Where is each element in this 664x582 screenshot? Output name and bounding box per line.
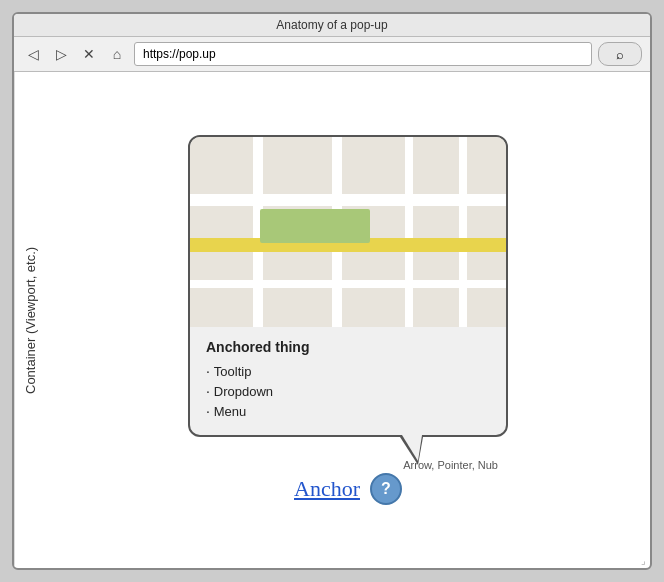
search-icon: ⌕ <box>616 47 624 62</box>
browser-window: Anatomy of a pop-up ◁ ▷ ✕ ⌂ ⌕ Container … <box>12 12 652 570</box>
sidebar-label: Container (Viewport, etc.) <box>14 72 46 568</box>
list-item: Tooltip <box>206 361 490 381</box>
back-button[interactable]: ◁ <box>22 43 44 65</box>
arrow-label: Arrow, Pointer, Nub <box>403 459 498 471</box>
map-road <box>459 137 467 327</box>
home-button[interactable]: ⌂ <box>106 43 128 65</box>
help-icon: ? <box>381 480 391 498</box>
toolbar: ◁ ▷ ✕ ⌂ ⌕ <box>14 37 650 72</box>
map-green-block <box>260 209 371 243</box>
anchor-row: Anchor ? <box>294 473 402 505</box>
main-content: Anchored thing Tooltip Dropdown Menu Arr… <box>46 72 650 568</box>
search-button[interactable]: ⌕ <box>598 42 642 66</box>
map-road <box>405 137 413 327</box>
map-area <box>190 137 506 327</box>
popup-box: Anchored thing Tooltip Dropdown Menu <box>188 135 508 437</box>
close-button[interactable]: ✕ <box>78 43 100 65</box>
page-title: Anatomy of a pop-up <box>276 18 387 32</box>
arrow-container: Arrow, Pointer, Nub <box>188 437 508 465</box>
anchored-list: Tooltip Dropdown Menu <box>206 361 490 421</box>
list-item: Dropdown <box>206 381 490 401</box>
list-item: Menu <box>206 401 490 421</box>
map-grid <box>190 137 506 327</box>
anchored-title: Anchored thing <box>206 339 490 355</box>
popup-text: Anchored thing Tooltip Dropdown Menu <box>190 327 506 435</box>
content-area: Container (Viewport, etc.) <box>14 72 650 568</box>
popup-container: Anchored thing Tooltip Dropdown Menu Arr… <box>188 135 508 505</box>
anchor-link[interactable]: Anchor <box>294 476 360 502</box>
address-bar[interactable] <box>134 42 592 66</box>
title-bar: Anatomy of a pop-up <box>14 14 650 37</box>
resize-handle[interactable]: ⌟ <box>641 555 646 566</box>
forward-button[interactable]: ▷ <box>50 43 72 65</box>
help-button[interactable]: ? <box>370 473 402 505</box>
